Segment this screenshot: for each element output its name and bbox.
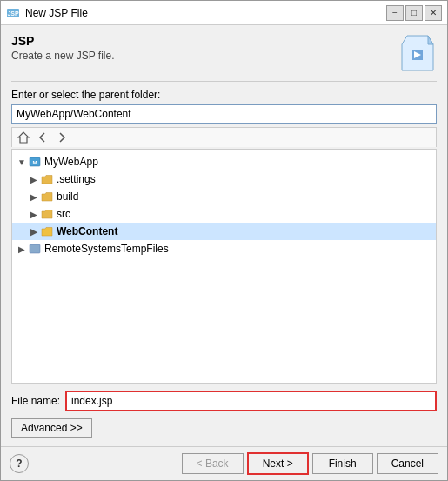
tree-label-remotesystems: RemoteSystemsTempFiles <box>44 243 169 255</box>
back-button[interactable]: < Back <box>182 453 244 474</box>
finish-button[interactable]: Finish <box>312 453 373 474</box>
title-bar: JSP New JSP File − □ ✕ <box>1 1 447 25</box>
tree-label-src: src <box>57 208 70 220</box>
title-bar-buttons: − □ ✕ <box>386 5 442 21</box>
expand-arrow-mywebapp: ▼ <box>16 157 28 167</box>
file-name-section: File name: <box>11 391 437 411</box>
svg-rect-9 <box>30 244 40 253</box>
folder-icon-src <box>40 207 54 221</box>
tree-item-settings[interactable]: ▶ .settings <box>12 170 436 188</box>
forward-nav-button[interactable] <box>54 130 70 145</box>
file-name-label: File name: <box>11 395 60 407</box>
file-name-input[interactable] <box>65 391 437 411</box>
content-area: JSP Create a new JSP file. Enter or sele… <box>1 25 447 446</box>
cancel-button[interactable]: Cancel <box>377 453 438 474</box>
home-button[interactable] <box>16 130 31 145</box>
wizard-title: JSP <box>11 34 398 48</box>
main-window: JSP New JSP File − □ ✕ JSP Create a new … <box>0 0 448 481</box>
header-text-block: JSP Create a new JSP file. <box>11 34 398 62</box>
advanced-button[interactable]: Advanced >> <box>11 418 92 438</box>
svg-marker-3 <box>428 36 433 44</box>
tree-item-webcontent[interactable]: ▶ WebContent <box>12 223 436 240</box>
folder-icon-webcontent <box>40 224 54 238</box>
header-divider <box>11 81 437 82</box>
folder-input[interactable] <box>11 104 437 124</box>
help-button[interactable]: ? <box>10 454 29 473</box>
window-icon: JSP <box>6 6 20 20</box>
tree-label-mywebapp: MyWebApp <box>44 156 98 168</box>
header-section: JSP Create a new JSP file. <box>11 34 437 72</box>
back-nav-button[interactable] <box>35 130 50 145</box>
tree-label-webcontent: WebContent <box>57 225 117 237</box>
expand-arrow-build: ▶ <box>28 192 40 202</box>
tree-item-mywebapp[interactable]: ▼ M MyWebApp <box>12 153 436 170</box>
tree-container[interactable]: ▼ M MyWebApp ▶ .settings <box>11 149 437 384</box>
window-title: New JSP File <box>25 7 386 19</box>
expand-arrow-settings: ▶ <box>28 175 40 184</box>
folder-icon-build <box>40 190 54 204</box>
tree-toolbar <box>11 127 437 147</box>
svg-text:JSP: JSP <box>7 10 19 17</box>
wizard-subtitle: Create a new JSP file. <box>11 50 398 62</box>
tree-label-build: build <box>57 190 78 203</box>
project-icon-mywebapp: M <box>28 155 42 169</box>
expand-arrow-src: ▶ <box>28 210 40 219</box>
tree-item-remotesystems[interactable]: ▶ RemoteSystemsTempFiles <box>12 240 436 257</box>
project-icon-remotesystems <box>28 242 42 256</box>
expand-arrow-webcontent: ▶ <box>28 227 40 237</box>
tree-item-src[interactable]: ▶ src <box>12 205 436 223</box>
folder-icon-settings <box>40 172 54 186</box>
svg-text:M: M <box>33 160 37 165</box>
next-button[interactable]: Next > <box>247 452 309 475</box>
maximize-button[interactable]: □ <box>405 5 423 21</box>
folder-label: Enter or select the parent folder: <box>11 89 437 101</box>
tree-item-build[interactable]: ▶ build <box>12 188 436 205</box>
advanced-section: Advanced >> <box>11 418 437 438</box>
close-button[interactable]: ✕ <box>425 5 442 21</box>
wizard-icon <box>398 34 437 72</box>
svg-marker-6 <box>18 132 29 143</box>
tree-label-settings: .settings <box>57 173 96 185</box>
expand-arrow-remotesystems: ▶ <box>16 244 28 254</box>
bottom-bar: ? < Back Next > Finish Cancel <box>1 446 447 480</box>
minimize-button[interactable]: − <box>386 5 404 21</box>
